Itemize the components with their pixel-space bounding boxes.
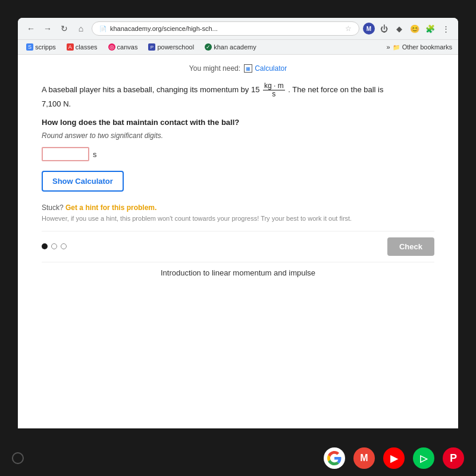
back-button[interactable]: ← bbox=[24, 21, 38, 36]
bookmark-canvas[interactable]: ◎ canvas bbox=[106, 42, 140, 52]
calculator-icon: ▦ bbox=[244, 64, 252, 73]
footer-title: Introduction to linear momentum and impu… bbox=[42, 262, 434, 283]
refresh-button[interactable]: ↻ bbox=[57, 21, 71, 36]
more-icon: » bbox=[387, 43, 390, 51]
menu-icon[interactable]: ⋮ bbox=[439, 22, 452, 35]
question-text: How long does the bat maintain contact w… bbox=[42, 118, 434, 127]
answer-unit: s bbox=[93, 150, 97, 159]
nav-icon-group: ← → ↻ ⌂ bbox=[24, 21, 88, 36]
problem-text-before: A baseball player hits a baseball, chang… bbox=[42, 85, 259, 94]
forward-button[interactable]: → bbox=[40, 21, 55, 36]
powerschool-icon: P bbox=[148, 43, 155, 51]
pinterest-app[interactable]: P bbox=[443, 447, 464, 469]
bookmark-scripps-label: scripps bbox=[35, 43, 56, 51]
page-content: You might need: ▦ Calculator A baseball … bbox=[18, 55, 458, 428]
navigation-bar: ← → ↻ ⌂ 📄 khanacademy.org/science/high-s… bbox=[18, 18, 458, 40]
hint-link[interactable]: Get a hint for this problem. bbox=[65, 203, 156, 212]
taskbar-right: M ▶ ▷ P bbox=[324, 447, 464, 469]
problem-statement: A baseball player hits a baseball, chang… bbox=[42, 82, 434, 111]
stuck-text: Stuck? Get a hint for this problem. bbox=[42, 203, 434, 212]
progress-dot-1 bbox=[42, 243, 48, 249]
fraction-numerator: kg · m bbox=[263, 82, 285, 90]
progress-dot-2 bbox=[51, 243, 57, 249]
taskbar-left bbox=[12, 452, 24, 464]
fraction-container: kg · m s bbox=[263, 82, 285, 98]
show-calculator-button[interactable]: Show Calculator bbox=[42, 171, 124, 192]
bookmarks-overflow[interactable]: » 📁 Other bookmarks bbox=[387, 43, 453, 51]
chrome-os-button[interactable] bbox=[12, 452, 24, 464]
check-button[interactable]: Check bbox=[387, 237, 434, 256]
stuck-section: Stuck? Get a hint for this problem. Howe… bbox=[42, 203, 434, 223]
round-instruction: Round answer to two significant digits. bbox=[42, 131, 434, 140]
bottom-bar: Check bbox=[42, 231, 434, 262]
fraction: kg · m s bbox=[262, 85, 288, 94]
bookmark-star-icon: ☆ bbox=[345, 24, 352, 33]
puzzle-icon[interactable]: 🧩 bbox=[424, 22, 437, 35]
fraction-denominator: s bbox=[271, 90, 277, 98]
youtube-app[interactable]: ▶ bbox=[383, 447, 405, 469]
address-text: khanacademy.org/science/high-sch... bbox=[110, 25, 342, 32]
nav-extra-icons: M ⏻ ◆ 😊 🧩 ⋮ bbox=[363, 22, 452, 35]
home-button[interactable]: ⌂ bbox=[74, 21, 88, 36]
bookmarks-bar: S scripps A classes ◎ canvas P powerscho… bbox=[18, 40, 458, 55]
bookmark-canvas-label: canvas bbox=[117, 43, 138, 51]
browser-window: ← → ↻ ⌂ 📄 khanacademy.org/science/high-s… bbox=[18, 18, 458, 428]
emoji-icon[interactable]: 😊 bbox=[408, 22, 421, 35]
taskbar: M ▶ ▷ P bbox=[0, 440, 476, 476]
calculator-link-label: Calculator bbox=[255, 64, 287, 73]
problem-text-after: . The net force on the ball is bbox=[288, 85, 383, 94]
answer-input[interactable] bbox=[42, 147, 89, 161]
calculator-link[interactable]: ▦ Calculator bbox=[244, 64, 287, 73]
extension-icon[interactable]: ◆ bbox=[393, 22, 406, 35]
khan-icon: ✓ bbox=[205, 43, 212, 51]
gmail-app[interactable]: M bbox=[353, 447, 375, 469]
you-might-need-text: You might need: bbox=[189, 64, 240, 73]
progress-dots bbox=[42, 243, 67, 249]
other-bookmarks-label: Other bookmarks bbox=[402, 43, 452, 51]
scripps-icon: S bbox=[26, 43, 33, 51]
bookmark-classes[interactable]: A classes bbox=[64, 42, 100, 52]
canvas-icon: ◎ bbox=[108, 43, 115, 51]
bookmark-scripps[interactable]: S scripps bbox=[24, 42, 58, 52]
hint-note: However, if you use a hint, this problem… bbox=[42, 214, 434, 223]
answer-row: s bbox=[42, 147, 434, 161]
google-app[interactable] bbox=[324, 447, 345, 469]
address-bar[interactable]: 📄 khanacademy.org/science/high-sch... ☆ bbox=[92, 21, 359, 36]
bookmark-powerschool[interactable]: P powerschool bbox=[146, 42, 196, 52]
profile-icon[interactable]: M bbox=[363, 23, 375, 35]
bookmark-classes-label: classes bbox=[76, 43, 98, 51]
bookmark-powerschool-label: powerschool bbox=[157, 43, 194, 51]
power-icon[interactable]: ⏻ bbox=[377, 22, 390, 35]
bookmark-khan-label: khan academy bbox=[214, 43, 256, 51]
classes-icon: A bbox=[67, 43, 74, 51]
you-might-need-section: You might need: ▦ Calculator bbox=[42, 64, 434, 73]
bookmark-khan[interactable]: ✓ khan academy bbox=[202, 42, 259, 52]
stuck-label: Stuck? bbox=[42, 203, 64, 212]
play-store-app[interactable]: ▷ bbox=[413, 447, 434, 469]
progress-dot-3 bbox=[61, 243, 67, 249]
problem-force: 7,100 N. bbox=[42, 99, 71, 108]
